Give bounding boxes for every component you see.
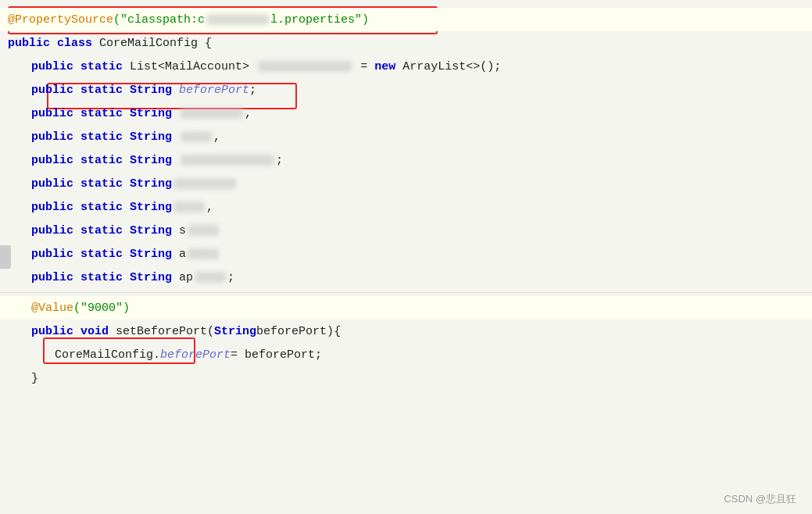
class-decl-line: public class CoreMailConfig { [0, 31, 812, 55]
field-line5: public static String [0, 172, 812, 195]
kw-static: static [80, 60, 123, 73]
kw-string3: String [130, 130, 172, 144]
blurred-field3 [181, 131, 212, 142]
field-line9: public static String ap; [0, 266, 812, 289]
blurred-field8 [188, 248, 219, 259]
semicolon2: ; [276, 154, 283, 167]
field-line8: public static String a [0, 242, 812, 266]
param: beforePort){ [256, 325, 341, 338]
kw-static10: static [80, 271, 123, 284]
kw-class: class [57, 37, 92, 50]
blurred-classpath [206, 14, 269, 25]
annotation-properties: l.properties") [270, 13, 369, 27]
field-a: a [179, 248, 186, 261]
kw-public10: public [31, 248, 73, 261]
kw-static8: static [80, 224, 123, 237]
method-name: setBeforePort( [116, 325, 214, 338]
arraylist: ArrayList<>(); [402, 60, 501, 73]
field-line2: public static String , [0, 102, 812, 125]
kw-string4: String [130, 154, 172, 167]
value-string: ("9000") [73, 302, 130, 315]
kw-public: public [8, 37, 50, 50]
kw-public4: public [31, 107, 73, 120]
field-beforeport: beforePort [179, 84, 249, 97]
comma3: , [206, 201, 213, 214]
kw-string2: String [130, 107, 172, 120]
method-decl-line: public void setBeforePort(String beforeP… [0, 319, 812, 343]
equals: = [360, 60, 367, 73]
field-ref: beforePort [160, 348, 231, 362]
method-body-line: CoreMailConfig.beforePort = beforePort; [0, 343, 812, 366]
blurred-field1 [258, 61, 352, 72]
kw-string9: String [130, 271, 172, 284]
comma2: , [213, 130, 220, 144]
separator [0, 292, 812, 293]
comma1: , [245, 107, 252, 120]
kw-static3: static [80, 107, 123, 120]
field-beforeport-line: public static String beforePort; [0, 78, 812, 102]
blurred-field5 [173, 178, 236, 189]
kw-string: String [130, 84, 172, 97]
kw-static7: static [80, 201, 123, 214]
annotation-keyword: @PropertySource [8, 13, 113, 27]
closing-brace: } [0, 366, 812, 390]
kw-public8: public [31, 201, 73, 214]
kw-public2: public [31, 60, 73, 73]
kw-new: new [374, 60, 395, 73]
kw-public7: public [31, 177, 73, 191]
kw-public9: public [31, 224, 73, 237]
brace: } [31, 372, 38, 385]
field-list-line: public static List<MailAccount> = new Ar… [0, 55, 812, 78]
field-s: s [179, 224, 186, 237]
kw-static2: static [80, 84, 123, 97]
kw-static9: static [80, 248, 123, 261]
blurred-field2 [181, 108, 243, 119]
code-container: @PropertySource("classpath:cl.properties… [0, 0, 812, 514]
scroll-indicator[interactable] [0, 245, 11, 269]
class-ref: CoreMailConfig. [55, 348, 160, 362]
field-line7: public static String s [0, 219, 812, 242]
kw-public11: public [31, 271, 73, 284]
field-line6: public static String , [0, 195, 812, 219]
kw-static4: static [80, 130, 123, 144]
kw-string5: String [130, 177, 172, 191]
field-line4: public static String ; [0, 148, 812, 172]
watermark: CSDN @悲且狂 [724, 492, 796, 506]
blurred-field9 [195, 272, 226, 283]
semicolon3: ; [227, 271, 234, 284]
field-ap: ap [179, 271, 193, 284]
kw-string7: String [130, 224, 172, 237]
value-annotation-line: @Value("9000") [0, 296, 812, 319]
kw-public6: public [31, 154, 73, 167]
kw-static5: static [80, 154, 123, 167]
class-name: CoreMailConfig { [99, 37, 212, 50]
field-line3: public static String , [0, 125, 812, 148]
kw-string6: String [130, 201, 172, 214]
assignment: = beforePort; [231, 348, 322, 362]
kw-public5: public [31, 130, 73, 144]
kw-string10: String [214, 325, 256, 338]
kw-void: void [80, 325, 109, 338]
blurred-field4 [181, 155, 274, 166]
kw-static6: static [80, 177, 123, 191]
kw-public3: public [31, 84, 73, 97]
blurred-field7 [188, 225, 219, 236]
blurred-field6 [173, 202, 205, 212]
kw-public12: public [31, 325, 73, 338]
list-type: List<MailAccount> [130, 60, 249, 73]
annotation-value: ("classpath:c [113, 13, 205, 27]
annotation-line: @PropertySource("classpath:cl.properties… [0, 8, 812, 31]
value-annotation: @Value [31, 302, 73, 315]
kw-string8: String [130, 248, 172, 261]
semicolon1: ; [249, 84, 256, 97]
